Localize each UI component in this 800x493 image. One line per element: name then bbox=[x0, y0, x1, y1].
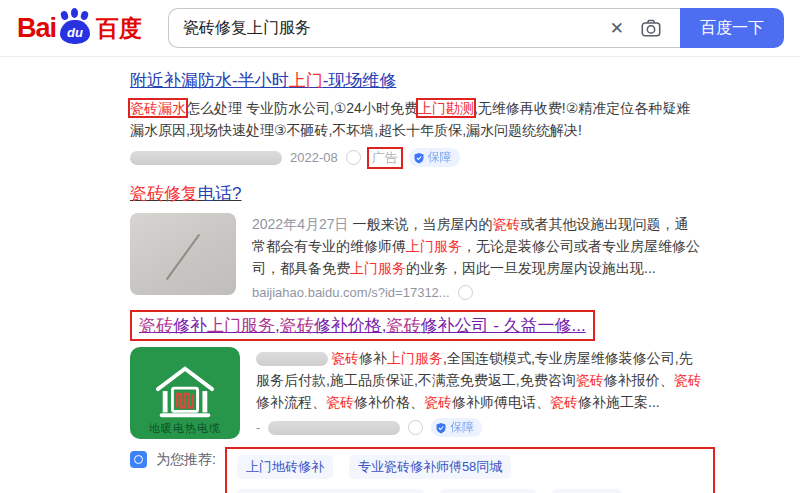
baidu-search-results-page: Bai du 百度 瓷砖修复上门服务 ✕ 百度一下 附近补漏防水-半 bbox=[0, 0, 800, 493]
result1-keyword-annotated: 上门勘测 bbox=[418, 100, 474, 116]
house-heating-icon bbox=[154, 364, 216, 422]
redacted-source-name bbox=[130, 151, 282, 165]
result2-title-keyword: 瓷砖修复 bbox=[130, 184, 198, 203]
baidu-paw-icon: du bbox=[57, 10, 93, 46]
result3-thumbnail-heating-house[interactable]: 地暖电热电缆 bbox=[130, 347, 240, 439]
tile-crack-graphic bbox=[166, 234, 201, 280]
result2-desc-date: 2022年4月27日 bbox=[252, 216, 352, 232]
result-tile-patch-company: 瓷砖修补上门服务,瓷砖修补价格,瓷砖修补公司 - 久益一修... 地暖电热电缆 bbox=[130, 310, 800, 439]
recommendations-section: 为您推荐: 上门地砖修补 专业瓷砖修补师傅58同城 墙上瓷砖空鼓修补师傅哪里找 … bbox=[0, 447, 800, 493]
recommend-chip[interactable]: 墙上瓷砖空鼓修补师傅哪里找 bbox=[237, 489, 424, 493]
result2-thumbnail-cracked-tile[interactable] bbox=[130, 213, 236, 295]
result1-title-link[interactable]: 附近补漏防水-半小时上门-现场维修 bbox=[130, 69, 396, 92]
baidu-logo-cn: 百度 bbox=[96, 13, 142, 44]
results-list: 附近补漏防水-半小时上门-现场维修 瓷砖漏水怎么处理 专业防水公司,①24小时免… bbox=[0, 69, 800, 439]
result-tile-repair-phone: 瓷砖修复电话? 2022年4月27日 一般来说，当房屋内的瓷砖或者其他设施出现问… bbox=[130, 182, 800, 300]
shield-icon bbox=[413, 152, 425, 164]
recommend-chip[interactable]: 维修地砖 bbox=[552, 489, 622, 493]
shield-icon bbox=[435, 422, 447, 434]
baidu-logo-bai: Bai bbox=[17, 13, 56, 44]
result2-text-column: 2022年4月27日 一般来说，当房屋内的瓷砖或者其他设施出现问题，通常都会有专… bbox=[252, 213, 700, 300]
result1-title-part: 附近补漏防水-半小时 bbox=[130, 71, 289, 90]
guarantee-badge: 保障 bbox=[431, 418, 482, 437]
recommend-chip[interactable]: 专业瓷砖修补师傅58同城 bbox=[349, 455, 511, 479]
result1-date: 2022-08 bbox=[290, 150, 338, 165]
result3-text-column: 瓷砖修补上门服务,全国连锁模式,专业房屋维修装修公司,先服务后付款,施工品质保证… bbox=[256, 347, 704, 439]
result3-meta-row: - 保障 bbox=[256, 418, 704, 437]
search-button[interactable]: 百度一下 bbox=[680, 8, 784, 48]
redacted-text bbox=[256, 352, 328, 366]
recommend-chip[interactable]: 瓷砖修补电话 bbox=[440, 489, 536, 493]
result2-url: baijiahao.baidu.com/s?id=17312... bbox=[252, 285, 450, 300]
search-query-text[interactable]: 瓷砖修复上门服务 bbox=[183, 18, 604, 39]
baidu-logo[interactable]: Bai du 百度 bbox=[17, 10, 142, 46]
search-bar: 瓷砖修复上门服务 ✕ 百度一下 bbox=[168, 8, 784, 48]
result1-description: 瓷砖漏水怎么处理 专业防水公司,①24小时免费上门勘测,无维修再收费!②精准定位… bbox=[130, 97, 696, 141]
result2-description: 2022年4月27日 一般来说，当房屋内的瓷砖或者其他设施出现问题，通常都会有专… bbox=[252, 213, 700, 279]
result1-title-keyword: 上门 bbox=[289, 71, 323, 90]
camera-icon[interactable] bbox=[640, 17, 662, 39]
guarantee-badge: 保障 bbox=[409, 148, 460, 167]
result-ad-waterproof: 附近补漏防水-半小时上门-现场维修 瓷砖漏水怎么处理 专业防水公司,①24小时免… bbox=[130, 69, 800, 167]
more-options-icon[interactable] bbox=[408, 420, 423, 435]
result1-meta-row: 2022-08 广告 保障 bbox=[130, 148, 800, 167]
result2-title-part: 电话? bbox=[198, 184, 241, 203]
ad-label: 广告 bbox=[369, 149, 401, 167]
recommend-label: 为您推荐: bbox=[156, 451, 216, 469]
result3-title-annotation-box: 瓷砖修补上门服务,瓷砖修补价格,瓷砖修补公司 - 久益一修... bbox=[130, 310, 595, 341]
result3-description: 瓷砖修补上门服务,全国连锁模式,专业房屋维修装修公司,先服务后付款,施工品质保证… bbox=[256, 347, 704, 413]
result3-thumbnail-caption: 地暖电热电缆 bbox=[130, 421, 240, 436]
guarantee-badge-label: 保障 bbox=[428, 149, 452, 166]
result1-title-part: -现场维修 bbox=[323, 71, 397, 90]
result3-title-link[interactable]: 瓷砖修补上门服务,瓷砖修补价格,瓷砖修补公司 - 久益一修... bbox=[139, 314, 586, 337]
recommend-chip[interactable]: 上门地砖修补 bbox=[237, 455, 333, 479]
search-input[interactable]: 瓷砖修复上门服务 ✕ bbox=[168, 8, 680, 48]
more-options-icon[interactable] bbox=[346, 150, 361, 165]
more-options-icon[interactable] bbox=[458, 285, 473, 300]
result2-url-row: baijiahao.baidu.com/s?id=17312... bbox=[252, 285, 700, 300]
recommend-chips-annotation-box: 上门地砖修补 专业瓷砖修补师傅58同城 墙上瓷砖空鼓修补师傅哪里找 瓷砖修补电话… bbox=[225, 447, 715, 493]
guarantee-badge-label: 保障 bbox=[450, 419, 474, 436]
search-header: Bai du 百度 瓷砖修复上门服务 ✕ 百度一下 bbox=[0, 0, 800, 57]
recommend-icon bbox=[130, 451, 147, 468]
clear-icon[interactable]: ✕ bbox=[610, 18, 624, 39]
result1-keyword-annotated: 瓷砖漏水 bbox=[130, 100, 186, 116]
baidu-logo-du: du bbox=[67, 25, 83, 40]
redacted-source-name bbox=[268, 421, 400, 435]
result2-title-link[interactable]: 瓷砖修复电话? bbox=[130, 182, 241, 205]
